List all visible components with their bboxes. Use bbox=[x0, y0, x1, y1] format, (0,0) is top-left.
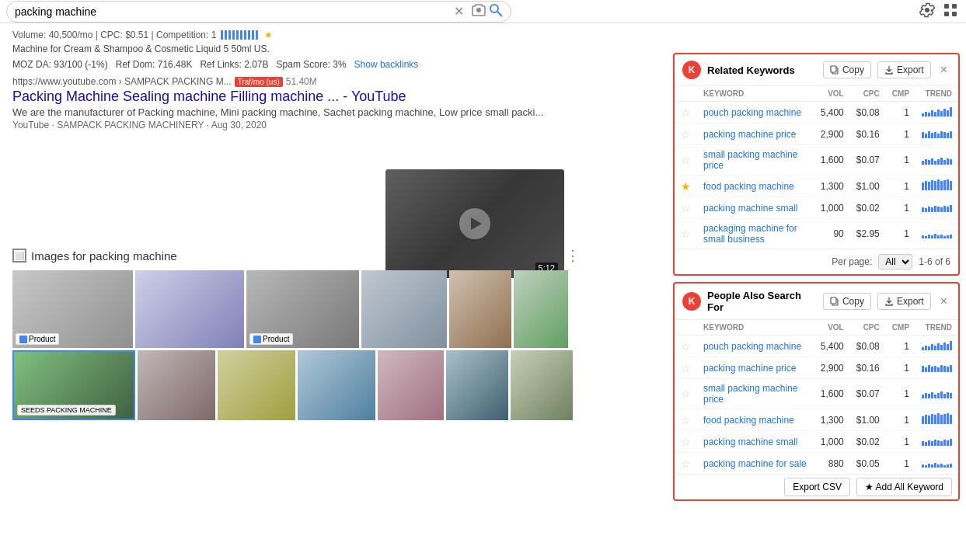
keyword-cell[interactable]: pouch packing machine bbox=[697, 102, 814, 123]
image-item[interactable] bbox=[298, 350, 375, 420]
vol-cell: 1,300 bbox=[814, 176, 850, 197]
cmp-cell: 1 bbox=[886, 176, 915, 197]
star-cell[interactable]: ☆ bbox=[675, 453, 697, 475]
vol-cell: 880 bbox=[814, 453, 850, 475]
cmp-cell: 1 bbox=[886, 431, 915, 453]
keyword-cell[interactable]: food packing machine bbox=[697, 176, 814, 197]
close-button-related[interactable]: × bbox=[937, 63, 950, 77]
trend-cell bbox=[915, 197, 958, 219]
keyword-cell[interactable]: small packing machine price bbox=[697, 379, 814, 409]
vol-cell: 5,400 bbox=[814, 102, 850, 123]
star-cell[interactable]: ☆ bbox=[675, 431, 697, 453]
bottom-export-bar: Export CSV ★ Add All Keyword bbox=[675, 474, 958, 499]
trend-cell bbox=[915, 176, 958, 197]
vol-cell: 1,600 bbox=[814, 145, 850, 176]
star-icon[interactable]: ★ bbox=[264, 30, 273, 40]
image-item[interactable]: Product bbox=[12, 270, 133, 348]
per-page-select[interactable]: All 10 25 bbox=[878, 254, 912, 270]
image-item[interactable] bbox=[218, 350, 295, 420]
image-item-selected[interactable]: SEEDS PACKING MACHINE bbox=[12, 350, 135, 420]
export-button-related[interactable]: Export bbox=[877, 61, 931, 78]
svg-rect-9 bbox=[831, 297, 836, 304]
star-cell[interactable]: ★ bbox=[675, 176, 697, 197]
vol-cell: 90 bbox=[814, 219, 850, 249]
col-keyword: KEYWORD bbox=[697, 86, 814, 102]
cmp-cell: 1 bbox=[886, 197, 915, 219]
trend-cell bbox=[915, 379, 958, 409]
cpc-cell: $0.16 bbox=[850, 123, 886, 145]
star-cell[interactable]: ☆ bbox=[675, 409, 697, 431]
cpc-cell: $1.00 bbox=[850, 176, 886, 197]
k-badge-people: K bbox=[682, 292, 701, 311]
trend-cell bbox=[915, 123, 958, 145]
show-backlinks-link[interactable]: Show backlinks bbox=[354, 59, 419, 70]
star-cell[interactable]: ☆ bbox=[675, 219, 697, 249]
svg-point-0 bbox=[490, 5, 498, 12]
star-cell[interactable]: ☆ bbox=[675, 123, 697, 145]
keyword-cell[interactable]: food packing machine bbox=[697, 409, 814, 431]
star-cell[interactable]: ☆ bbox=[675, 102, 697, 123]
images-more-button[interactable]: ⋮ bbox=[566, 247, 580, 264]
add-all-keywords-button[interactable]: ★ Add All Keyword bbox=[856, 478, 952, 496]
search-input[interactable] bbox=[15, 5, 449, 18]
cmp-cell: 1 bbox=[886, 453, 915, 475]
col-vol: VOL bbox=[814, 86, 850, 102]
vol-cell: 1,000 bbox=[814, 197, 850, 219]
keyword-cell[interactable]: packing machine price bbox=[697, 357, 814, 379]
col-cmp: CMP bbox=[886, 86, 915, 102]
image-item[interactable] bbox=[138, 350, 215, 420]
copy-button-people[interactable]: Copy bbox=[823, 293, 871, 310]
image-item[interactable] bbox=[449, 270, 511, 348]
people-also-table: KEYWORD VOL CPC CMP TREND ☆ pouch packin… bbox=[675, 320, 958, 474]
svg-line-1 bbox=[497, 12, 502, 16]
grid-icon[interactable] bbox=[943, 2, 958, 20]
image-item[interactable] bbox=[378, 350, 444, 420]
settings-icon[interactable] bbox=[919, 2, 935, 20]
image-item[interactable] bbox=[361, 270, 447, 348]
svg-rect-7 bbox=[831, 66, 836, 72]
cpc-cell: $0.16 bbox=[850, 357, 886, 379]
keyword-cell[interactable]: packaging machine for small business bbox=[697, 219, 814, 249]
image-item[interactable] bbox=[446, 350, 508, 420]
keyword-cell[interactable]: packing machine for sale bbox=[697, 453, 814, 475]
widget-header-people: K People Also Search For Copy Export × bbox=[675, 283, 958, 320]
table-row: ☆ packing machine price 2,900 $0.16 1 bbox=[675, 123, 958, 145]
cpc-cell: $0.02 bbox=[850, 197, 886, 219]
image-item[interactable] bbox=[511, 350, 573, 420]
volume-bar-chart bbox=[221, 30, 260, 40]
star-cell[interactable]: ☆ bbox=[675, 379, 697, 409]
search-icon[interactable] bbox=[489, 3, 503, 20]
keyword-cell[interactable]: pouch packing machine bbox=[697, 336, 814, 357]
keyword-cell[interactable]: packing machine price bbox=[697, 123, 814, 145]
star-cell[interactable]: ☆ bbox=[675, 357, 697, 379]
keyword-cell[interactable]: packing machine small bbox=[697, 197, 814, 219]
images-grid-row2: SEEDS PACKING MACHINE bbox=[12, 350, 580, 420]
export-button-people[interactable]: Export bbox=[877, 293, 931, 310]
image-item[interactable] bbox=[514, 270, 568, 348]
table-row: ☆ packing machine price 2,900 $0.16 1 bbox=[675, 357, 958, 379]
cpc-cell: $0.05 bbox=[850, 453, 886, 475]
star-cell[interactable]: ☆ bbox=[675, 145, 697, 176]
export-csv-button[interactable]: Export CSV bbox=[784, 478, 850, 496]
close-button-people[interactable]: × bbox=[937, 294, 950, 308]
copy-button-related[interactable]: Copy bbox=[823, 61, 871, 78]
col-cpc-p: CPC bbox=[850, 320, 886, 336]
k-badge: K bbox=[682, 61, 701, 79]
keyword-cell[interactable]: small packing machine price bbox=[697, 145, 814, 176]
star-cell[interactable]: ☆ bbox=[675, 197, 697, 219]
related-keywords-title: Related Keywords bbox=[707, 64, 817, 76]
trend-cell bbox=[915, 453, 958, 475]
cpc-cell: $0.08 bbox=[850, 336, 886, 357]
cpc-cell: $0.08 bbox=[850, 102, 886, 123]
image-item[interactable]: Product bbox=[246, 270, 359, 348]
trend-cell bbox=[915, 102, 958, 123]
keyword-cell[interactable]: packing machine small bbox=[697, 431, 814, 453]
top-right-icons bbox=[919, 2, 958, 20]
svg-rect-2 bbox=[944, 4, 949, 9]
svg-rect-5 bbox=[952, 12, 957, 16]
image-item[interactable] bbox=[135, 270, 244, 348]
volume-line: Volume: 40,500/mo | CPC: $0.51 | Competi… bbox=[12, 30, 954, 40]
camera-icon[interactable] bbox=[472, 4, 486, 19]
clear-icon[interactable]: ✕ bbox=[454, 4, 464, 19]
star-cell[interactable]: ☆ bbox=[675, 336, 697, 357]
